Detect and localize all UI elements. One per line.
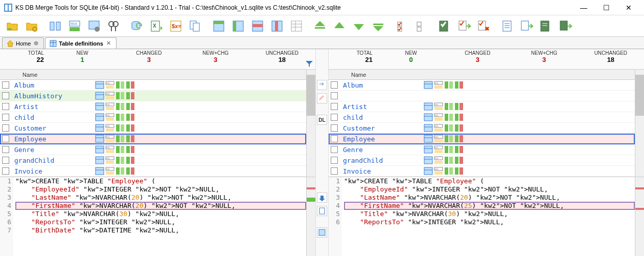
open-table-icon[interactable]: [424, 135, 433, 143]
sql-icon[interactable]: SEL: [105, 135, 114, 143]
diff-red-icon[interactable]: [454, 167, 464, 175]
open-table-icon[interactable]: [424, 102, 433, 111]
diff-green-icon[interactable]: [444, 167, 453, 175]
sql-icon[interactable]: SEL: [434, 102, 443, 111]
table-row[interactable]: [329, 91, 635, 101]
diff-red-icon[interactable]: [454, 124, 464, 132]
table-row[interactable]: EmployeeSEL: [0, 134, 306, 144]
sql-icon[interactable]: SEL: [105, 156, 114, 164]
mid-swap-button[interactable]: [317, 80, 327, 90]
table-row[interactable]: GenreSEL: [0, 144, 306, 155]
diff-red-icon[interactable]: [454, 135, 464, 143]
sql-icon[interactable]: SEL: [105, 124, 114, 132]
row-checkbox[interactable]: [331, 167, 338, 175]
open-table-icon[interactable]: [424, 145, 433, 154]
diff-green-icon[interactable]: [444, 102, 453, 111]
diff-green-icon[interactable]: [444, 113, 453, 121]
open-table-icon[interactable]: [424, 113, 433, 121]
diff-green-icon[interactable]: [116, 113, 125, 121]
minimize-button[interactable]: —: [572, 1, 595, 15]
set-variable-button[interactable]: $x=: [167, 17, 185, 35]
diff-red-icon[interactable]: [126, 156, 135, 164]
row-checkbox[interactable]: [331, 124, 338, 132]
diff-green-icon[interactable]: [116, 145, 125, 154]
diff-red-icon[interactable]: [454, 145, 464, 154]
table-row[interactable]: AlbumSEL: [0, 80, 306, 91]
diff-green-icon[interactable]: [116, 124, 125, 132]
diff-red-icon[interactable]: [126, 124, 135, 132]
mid-next-diff-button[interactable]: [317, 193, 327, 203]
mid-table-button[interactable]: [317, 227, 327, 238]
select-button[interactable]: SELE: [65, 17, 84, 35]
table-row[interactable]: grandChildSEL: [329, 155, 635, 166]
diff-red-icon[interactable]: [126, 145, 135, 154]
grid5-button[interactable]: [287, 17, 306, 35]
row-checkbox[interactable]: [331, 157, 338, 164]
close-button[interactable]: ✕: [617, 1, 640, 15]
table-row[interactable]: grandChildSEL: [0, 155, 306, 166]
open-table-icon[interactable]: [95, 102, 104, 111]
nav-prev-button[interactable]: [330, 17, 349, 35]
table-settings-button[interactable]: [85, 17, 103, 35]
open-table-icon[interactable]: [95, 92, 104, 100]
sql-icon[interactable]: SEL: [434, 167, 443, 175]
diff-red-icon[interactable]: [454, 156, 464, 164]
compare-button[interactable]: [46, 17, 64, 35]
sql-icon[interactable]: SEL: [434, 113, 443, 121]
nav-first-button[interactable]: [311, 17, 329, 35]
row-checkbox[interactable]: [331, 92, 338, 99]
diff-red-icon[interactable]: [126, 92, 135, 100]
diff-green-icon[interactable]: [444, 124, 453, 132]
mid-dl-button[interactable]: DL: [317, 115, 327, 125]
diff-red-icon[interactable]: [126, 81, 135, 89]
row-checkbox[interactable]: [2, 167, 9, 175]
diff-green-icon[interactable]: [116, 81, 125, 89]
script-right-button[interactable]: [517, 17, 536, 35]
table-row[interactable]: InvoiceSEL: [329, 166, 635, 177]
uncheck-all-button[interactable]: [412, 17, 430, 35]
open-table-icon[interactable]: [424, 156, 433, 164]
row-checkbox[interactable]: [331, 135, 338, 142]
row-checkbox[interactable]: [2, 114, 9, 121]
find-button[interactable]: [104, 17, 123, 35]
table-row[interactable]: AlbumHistorySEL: [0, 91, 306, 101]
refresh-db-button[interactable]: [128, 17, 146, 35]
sql-icon[interactable]: SEL: [105, 113, 114, 121]
row-checkbox[interactable]: [2, 81, 9, 89]
open-table-icon[interactable]: [95, 145, 104, 154]
row-checkbox[interactable]: [331, 103, 338, 110]
maximize-button[interactable]: ☐: [595, 1, 617, 15]
grid2-button[interactable]: [229, 17, 247, 35]
open-table-icon[interactable]: [95, 167, 104, 175]
diff-red-icon[interactable]: [454, 113, 464, 121]
script-merge-button[interactable]: [537, 17, 555, 35]
nav-last-button[interactable]: [369, 17, 387, 35]
grid1-button[interactable]: [210, 17, 228, 35]
sql-icon[interactable]: SEL: [105, 102, 114, 111]
table-row[interactable]: GenreSEL: [329, 144, 635, 155]
check-all-button[interactable]: [393, 17, 411, 35]
diff-red-icon[interactable]: [454, 81, 464, 89]
diff-green-icon[interactable]: [116, 102, 125, 111]
merge-delete-button[interactable]: [474, 17, 493, 35]
diff-green-icon[interactable]: [116, 156, 125, 164]
row-checkbox[interactable]: [2, 157, 9, 164]
open-table-icon[interactable]: [95, 81, 104, 89]
left-list-scrollbar[interactable]: [306, 70, 315, 177]
export-excel-button[interactable]: X: [147, 17, 166, 35]
open-table-icon[interactable]: [95, 124, 104, 132]
diff-green-icon[interactable]: [444, 81, 453, 89]
diff-red-icon[interactable]: [126, 135, 135, 143]
right-ddl-scrollbar[interactable]: [635, 177, 644, 256]
script-merge-right-button[interactable]: [556, 17, 574, 35]
table-row[interactable]: childSEL: [329, 112, 635, 123]
sql-icon[interactable]: SEL: [434, 135, 443, 143]
diff-red-icon[interactable]: [126, 167, 135, 175]
right-list-scrollbar[interactable]: [635, 70, 644, 177]
diff-green-icon[interactable]: [444, 135, 453, 143]
diff-red-icon[interactable]: [126, 113, 135, 121]
sql-icon[interactable]: SEL: [434, 81, 443, 89]
mid-doc-button[interactable]: [317, 206, 327, 216]
tab-home[interactable]: Home ⊗: [2, 37, 44, 49]
row-checkbox[interactable]: [2, 135, 9, 142]
